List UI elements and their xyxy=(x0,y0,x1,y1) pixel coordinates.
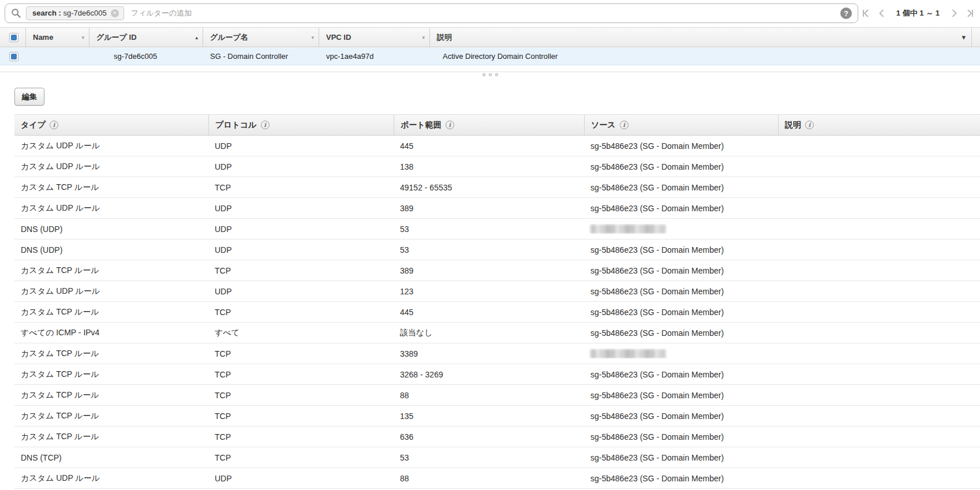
rules-table-body: カスタム UDP ルール UDP 445 sg-5b486e23 (SG - D… xyxy=(14,136,980,489)
filter-input-placeholder[interactable]: フィルターの追加 xyxy=(131,8,840,18)
rule-row[interactable]: カスタム TCP ルール TCP 49152 - 65535 sg-5b486e… xyxy=(14,177,980,198)
rule-source xyxy=(584,349,778,358)
pane-resize-handle-icon[interactable] xyxy=(0,73,980,76)
row-select-cell xyxy=(0,52,26,61)
rule-row[interactable]: カスタム TCP ルール TCP 389 sg-5b486e23 (SG - D… xyxy=(14,260,980,281)
rule-row[interactable]: カスタム TCP ルール TCP 135 sg-5b486e23 (SG - D… xyxy=(14,406,980,427)
column-header-description[interactable]: 説明 xyxy=(430,28,944,47)
rule-row[interactable]: カスタム TCP ルール TCP 3268 - 3269 sg-5b486e23… xyxy=(14,364,980,385)
rule-type: カスタム TCP ルール xyxy=(14,411,208,421)
rule-row[interactable]: カスタム UDP ルール UDP 445 sg-5b486e23 (SG - D… xyxy=(14,136,980,156)
rule-protocol: TCP xyxy=(208,370,394,379)
rule-row[interactable]: すべての ICMP - IPv4 すべて 該当なし sg-5b486e23 (S… xyxy=(14,323,980,343)
rules-column-source: ソース xyxy=(584,115,778,135)
rules-column-description: 説明 xyxy=(778,115,980,135)
redacted-source xyxy=(590,225,665,234)
select-all-checkbox[interactable] xyxy=(9,33,18,42)
prev-page-icon xyxy=(878,9,886,17)
column-header-vpc-id[interactable]: VPC ID xyxy=(319,28,430,47)
rule-row[interactable]: DNS (UDP) UDP 53 xyxy=(14,219,980,240)
rule-port-range: 49152 - 65535 xyxy=(394,183,584,192)
rule-protocol: TCP xyxy=(208,432,394,442)
rule-source: sg-5b486e23 (SG - Domain Member) xyxy=(584,308,778,317)
rule-protocol: TCP xyxy=(208,453,394,462)
security-groups-table-header: Name グループ ID グループ名 VPC ID 説明 xyxy=(0,27,980,47)
rule-source: sg-5b486e23 (SG - Domain Member) xyxy=(584,204,778,213)
info-icon[interactable] xyxy=(620,121,629,129)
rule-protocol: UDP xyxy=(208,287,394,296)
sort-caret-icon[interactable] xyxy=(311,35,314,40)
redacted-source xyxy=(590,349,665,358)
rule-type: DNS (UDP) xyxy=(14,245,208,255)
sort-asc-icon[interactable] xyxy=(195,35,198,40)
rule-source: sg-5b486e23 (SG - Domain Member) xyxy=(584,162,778,171)
search-bar[interactable]: search : sg-7de6c005 フィルターの追加 xyxy=(5,3,858,23)
rule-protocol: UDP xyxy=(208,204,394,213)
rule-row[interactable]: カスタム TCP ルール TCP 636 sg-5b486e23 (SG - D… xyxy=(14,427,980,447)
rule-source: sg-5b486e23 (SG - Domain Member) xyxy=(584,432,778,442)
rule-row[interactable]: カスタム UDP ルール UDP 389 sg-5b486e23 (SG - D… xyxy=(14,198,980,219)
rule-type: カスタム UDP ルール xyxy=(14,473,208,484)
rule-protocol: UDP xyxy=(208,141,394,151)
rule-source: sg-5b486e23 (SG - Domain Member) xyxy=(584,474,778,483)
next-page-icon xyxy=(950,9,958,17)
info-icon[interactable] xyxy=(50,121,58,129)
sort-caret-icon[interactable] xyxy=(81,35,84,40)
rule-type: カスタム TCP ルール xyxy=(14,307,208,317)
rule-row[interactable]: カスタム UDP ルール UDP 138 sg-5b486e23 (SG - D… xyxy=(14,156,980,177)
rule-source: sg-5b486e23 (SG - Domain Member) xyxy=(584,328,778,338)
first-page-button[interactable] xyxy=(862,9,870,17)
rule-protocol: TCP xyxy=(208,183,394,192)
rule-row[interactable]: カスタム UDP ルール UDP 88 sg-5b486e23 (SG - Do… xyxy=(14,468,980,489)
rule-port-range: 123 xyxy=(394,287,584,296)
remove-filter-icon[interactable] xyxy=(111,9,119,17)
rule-row[interactable]: カスタム TCP ルール TCP 445 sg-5b486e23 (SG - D… xyxy=(14,302,980,323)
rule-port-range: 53 xyxy=(394,245,584,255)
rule-port-range: 53 xyxy=(394,453,584,462)
rule-type: DNS (TCP) xyxy=(14,453,208,462)
rule-port-range: 88 xyxy=(394,474,584,483)
security-group-row[interactable]: sg-7de6c005 SG - Domain Controller vpc-1… xyxy=(0,48,980,65)
rule-protocol: TCP xyxy=(208,391,394,400)
info-icon[interactable] xyxy=(805,121,814,129)
sort-caret-icon xyxy=(962,33,966,42)
rule-protocol: すべて xyxy=(208,328,394,338)
rule-protocol: TCP xyxy=(208,349,394,358)
last-page-button[interactable] xyxy=(966,9,974,17)
rule-row[interactable]: DNS (UDP) UDP 53 sg-5b486e23 (SG - Domai… xyxy=(14,240,980,260)
search-filter-tag[interactable]: search : sg-7de6c005 xyxy=(26,6,124,20)
info-icon[interactable] xyxy=(261,121,270,129)
rule-source: sg-5b486e23 (SG - Domain Member) xyxy=(584,370,778,379)
rule-protocol: TCP xyxy=(208,308,394,317)
rule-type: カスタム TCP ルール xyxy=(14,265,208,276)
column-header-extra[interactable] xyxy=(944,28,972,47)
prev-page-button[interactable] xyxy=(878,9,886,17)
pagination-range-label: 1 個中 1 ～ 1 xyxy=(896,8,940,18)
info-icon[interactable] xyxy=(446,121,454,129)
rule-row[interactable]: カスタム UDP ルール UDP 123 sg-5b486e23 (SG - D… xyxy=(14,281,980,302)
sort-caret-icon[interactable] xyxy=(422,35,425,40)
rule-type: カスタム UDP ルール xyxy=(14,286,208,297)
rules-column-type: タイプ xyxy=(14,115,208,135)
pane-divider xyxy=(0,72,980,72)
rules-column-protocol: プロトコル xyxy=(208,115,394,135)
rule-port-range: 445 xyxy=(394,141,584,151)
rule-protocol: TCP xyxy=(208,266,394,275)
column-header-group-id[interactable]: グループ ID xyxy=(89,28,203,47)
rule-row[interactable]: DNS (TCP) TCP 53 sg-5b486e23 (SG - Domai… xyxy=(14,447,980,468)
rule-port-range: 該当なし xyxy=(394,328,584,338)
rule-row[interactable]: カスタム TCP ルール TCP 3389 xyxy=(14,343,980,364)
rule-row[interactable]: カスタム TCP ルール TCP 88 sg-5b486e23 (SG - Do… xyxy=(14,385,980,406)
column-header-group-name[interactable]: グループ名 xyxy=(203,28,319,47)
rule-port-range: 88 xyxy=(394,391,584,400)
edit-button[interactable]: 編集 xyxy=(14,88,44,106)
help-icon[interactable] xyxy=(840,8,852,19)
column-header-name[interactable]: Name xyxy=(26,28,89,47)
rule-type: カスタム TCP ルール xyxy=(14,390,208,401)
rule-port-range: 636 xyxy=(394,432,584,442)
row-checkbox[interactable] xyxy=(9,52,18,61)
sg-vpc-id-cell: vpc-1ae4a97d xyxy=(319,52,430,61)
rule-source: sg-5b486e23 (SG - Domain Member) xyxy=(584,391,778,400)
next-page-button[interactable] xyxy=(950,9,958,17)
inbound-rules-table: タイプ プロトコル ポート範囲 ソース 説明 カスタム UDP ルール UDP xyxy=(14,114,980,489)
